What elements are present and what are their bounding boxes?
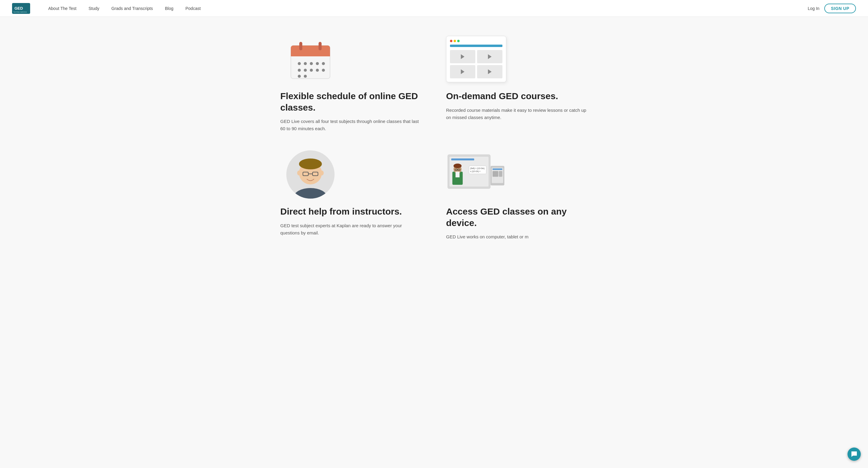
main-header: GED TESTING SERVICE About The Test Study… bbox=[0, 0, 868, 17]
svg-point-14 bbox=[304, 69, 307, 72]
feature-on-demand: On-demand GED courses. Recorded course m… bbox=[446, 35, 588, 132]
video-grid-icon bbox=[446, 35, 506, 83]
nav-blog[interactable]: Blog bbox=[159, 0, 179, 17]
svg-rect-37 bbox=[456, 171, 459, 177]
svg-point-12 bbox=[322, 62, 325, 65]
feature-desc-on-demand: Recorded course materials make it easy t… bbox=[446, 107, 588, 121]
feature-direct-help: Direct help from instructors. GED test s… bbox=[280, 150, 422, 241]
main-content: Flexible schedule of online GED classes.… bbox=[268, 17, 600, 264]
login-link[interactable]: Log In bbox=[808, 6, 819, 11]
nav-grads[interactable]: Grads and Transcripts bbox=[105, 0, 159, 17]
svg-rect-45 bbox=[499, 171, 502, 177]
feature-any-device: (9x8) + (12+3m) x (12+24) = Access GED c… bbox=[446, 150, 588, 241]
svg-rect-44 bbox=[493, 171, 498, 177]
svg-rect-6 bbox=[299, 42, 302, 50]
svg-point-9 bbox=[304, 62, 307, 65]
signup-button[interactable]: SIGN UP bbox=[824, 4, 856, 13]
nav-about[interactable]: About The Test bbox=[42, 0, 83, 17]
svg-point-10 bbox=[310, 62, 313, 65]
nav-study[interactable]: Study bbox=[83, 0, 105, 17]
feature-title-any-device: Access GED classes on any device. bbox=[446, 206, 588, 228]
svg-rect-30 bbox=[451, 158, 474, 161]
feature-title-flexible: Flexible schedule of online GED classes. bbox=[280, 90, 422, 113]
svg-text:x (12+24) =: x (12+24) = bbox=[470, 170, 480, 173]
header-actions: Log In SIGN UP bbox=[808, 4, 856, 13]
feature-desc-direct-help: GED test subject experts at Kaplan are r… bbox=[280, 222, 422, 237]
features-grid: Flexible schedule of online GED classes.… bbox=[280, 35, 588, 241]
svg-point-13 bbox=[298, 69, 301, 72]
feature-desc-any-device: GED Live works on computer, tablet or m bbox=[446, 233, 528, 241]
svg-rect-7 bbox=[318, 42, 321, 50]
svg-point-11 bbox=[316, 62, 319, 65]
svg-text:(9x8) + (12+3m): (9x8) + (12+3m) bbox=[470, 167, 485, 170]
svg-point-15 bbox=[310, 69, 313, 72]
svg-point-20 bbox=[294, 188, 327, 198]
svg-point-8 bbox=[298, 62, 301, 65]
svg-point-18 bbox=[298, 75, 301, 78]
avatar-icon bbox=[280, 150, 341, 198]
svg-point-19 bbox=[304, 75, 307, 78]
svg-point-17 bbox=[322, 69, 325, 72]
svg-point-27 bbox=[320, 170, 324, 176]
devices-icon: (9x8) + (12+3m) x (12+24) = bbox=[446, 150, 506, 198]
main-nav: About The Test Study Grads and Transcrip… bbox=[42, 0, 808, 17]
feature-flexible-schedule: Flexible schedule of online GED classes.… bbox=[280, 35, 422, 132]
svg-rect-5 bbox=[291, 52, 330, 56]
svg-text:TESTING SERVICE: TESTING SERVICE bbox=[13, 11, 27, 13]
feature-title-direct-help: Direct help from instructors. bbox=[280, 206, 402, 217]
calendar-icon bbox=[280, 35, 341, 83]
svg-rect-43 bbox=[493, 168, 502, 170]
svg-point-26 bbox=[297, 170, 301, 176]
svg-text:GED: GED bbox=[14, 6, 23, 10]
feature-title-on-demand: On-demand GED courses. bbox=[446, 90, 558, 102]
feature-desc-flexible: GED Live covers all four test subjects t… bbox=[280, 118, 422, 132]
nav-podcast[interactable]: Podcast bbox=[179, 0, 207, 17]
logo[interactable]: GED TESTING SERVICE bbox=[12, 3, 30, 14]
svg-point-16 bbox=[316, 69, 319, 72]
svg-point-22 bbox=[299, 158, 322, 169]
svg-point-33 bbox=[454, 164, 462, 168]
